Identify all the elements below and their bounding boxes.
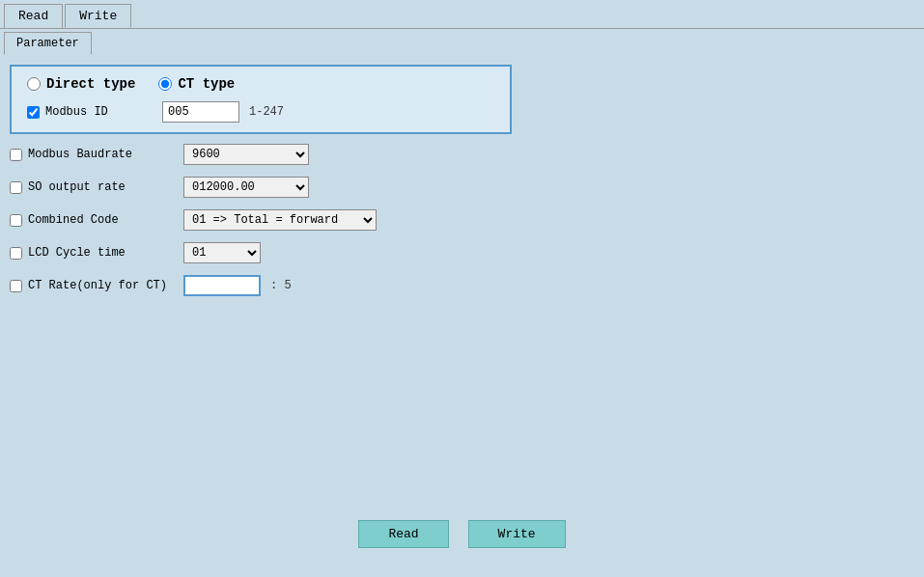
so-output-rate-checkbox[interactable] [10, 181, 22, 194]
combined-code-checkbox[interactable] [10, 214, 22, 227]
content-area: Direct type CT type Modbus ID 1-247 [0, 55, 924, 577]
write-button[interactable]: Write [468, 520, 566, 548]
so-output-rate-row: SO output rate 012000.00 006000.00 00100… [10, 175, 914, 200]
combined-code-label[interactable]: Combined Code [10, 213, 174, 227]
modbus-id-row: Modbus ID 1-247 [27, 101, 494, 123]
main-tab-bar: Read Write [0, 0, 924, 28]
direct-type-radio[interactable] [27, 77, 41, 91]
read-button[interactable]: Read [358, 520, 448, 548]
ct-rate-label[interactable]: CT Rate(only for CT) [10, 279, 174, 292]
direct-type-text: Direct type [46, 76, 135, 92]
ct-type-label[interactable]: CT type [158, 76, 235, 92]
main-container: Read Write Parameter Direct type CT type [0, 0, 924, 577]
lcd-cycle-time-row: LCD Cycle time 01 02 03 04 05 [10, 240, 914, 265]
modbus-baudrate-select[interactable]: 9600 19200 38400 57600 115200 [183, 144, 309, 165]
tab-parameter[interactable]: Parameter [4, 32, 92, 55]
ct-rate-row: CT Rate(only for CT) : 5 [10, 273, 914, 298]
modbus-baudrate-label[interactable]: Modbus Baudrate [10, 148, 174, 161]
so-output-rate-select[interactable]: 012000.00 006000.00 001000.00 [183, 177, 309, 198]
combined-code-select[interactable]: 01 => Total = forward 02 => Total = reve… [183, 209, 377, 231]
tab-write[interactable]: Write [65, 4, 131, 28]
ct-rate-text: CT Rate(only for CT) [28, 279, 167, 292]
lcd-cycle-time-text: LCD Cycle time [28, 246, 126, 260]
modbus-id-label[interactable]: Modbus ID [27, 105, 153, 119]
ct-rate-input[interactable] [183, 275, 261, 296]
lcd-cycle-time-checkbox[interactable] [10, 247, 22, 260]
modbus-baudrate-row: Modbus Baudrate 9600 19200 38400 57600 1… [10, 142, 914, 167]
ct-type-text: CT type [178, 76, 235, 92]
modbus-baudrate-checkbox[interactable] [10, 149, 22, 161]
type-selection-box: Direct type CT type Modbus ID 1-247 [10, 65, 512, 134]
sub-tab-bar: Parameter [0, 28, 924, 55]
so-output-rate-label[interactable]: SO output rate [10, 180, 174, 194]
type-radio-row: Direct type CT type [27, 76, 494, 92]
button-row: Read Write [10, 501, 914, 567]
lcd-cycle-time-label[interactable]: LCD Cycle time [10, 246, 174, 260]
so-output-rate-text: SO output rate [28, 180, 126, 194]
ct-rate-checkbox[interactable] [10, 280, 22, 292]
modbus-id-text: Modbus ID [45, 105, 108, 119]
modbus-id-checkbox[interactable] [27, 106, 40, 119]
tab-read[interactable]: Read [4, 4, 63, 28]
modbus-baudrate-text: Modbus Baudrate [28, 148, 132, 161]
modbus-id-hint: 1-247 [249, 105, 284, 119]
direct-type-label[interactable]: Direct type [27, 76, 135, 92]
combined-code-row: Combined Code 01 => Total = forward 02 =… [10, 207, 914, 233]
ct-type-radio[interactable] [158, 77, 172, 91]
lcd-cycle-time-select[interactable]: 01 02 03 04 05 [183, 242, 261, 263]
ct-rate-suffix: : 5 [270, 279, 292, 292]
modbus-id-input[interactable] [162, 101, 239, 123]
combined-code-text: Combined Code [28, 213, 119, 227]
